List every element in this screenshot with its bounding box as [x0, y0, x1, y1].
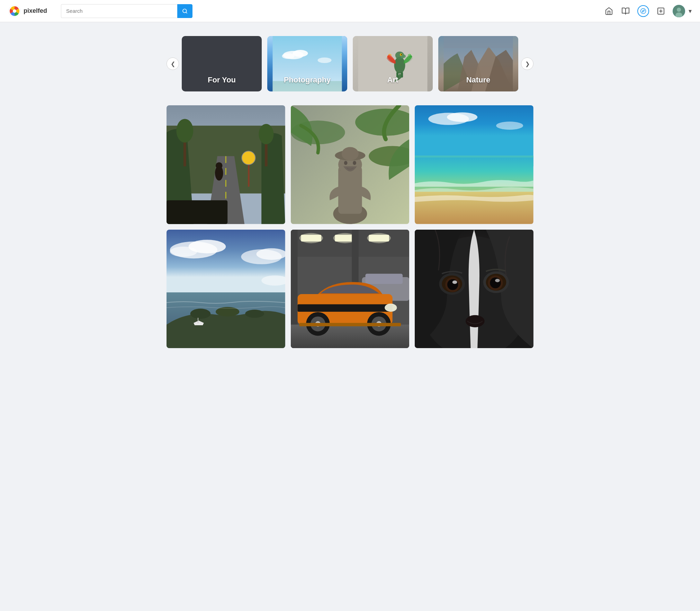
dropdown-icon[interactable]: ▾	[689, 7, 692, 15]
category-label-nature: Nature	[438, 76, 518, 85]
svg-point-105	[466, 315, 485, 327]
photo-image-4	[167, 230, 285, 348]
compass-icon[interactable]	[637, 5, 649, 17]
svg-point-104	[495, 279, 500, 282]
logo-icon	[8, 5, 21, 17]
svg-point-77	[367, 233, 391, 243]
svg-point-33	[216, 162, 223, 169]
photo-card-4[interactable]	[167, 230, 285, 348]
svg-point-31	[242, 151, 255, 165]
photo-card-1[interactable]	[167, 105, 285, 224]
navbar: pixelfed	[0, 0, 700, 22]
svg-point-98	[447, 279, 458, 290]
avatar[interactable]	[673, 5, 685, 17]
add-icon[interactable]	[656, 6, 666, 16]
svg-point-15	[282, 53, 295, 59]
svg-point-103	[490, 277, 501, 288]
svg-point-38	[259, 124, 273, 144]
photo-image-6	[415, 230, 533, 348]
svg-point-10	[677, 8, 681, 12]
category-label-for-you: For You	[182, 76, 262, 85]
svg-rect-81	[365, 274, 403, 284]
category-card-for-you[interactable]: For You	[182, 36, 262, 91]
photo-image-2	[291, 105, 410, 224]
svg-point-85	[385, 303, 397, 311]
carousel-right-arrow[interactable]: ❯	[521, 57, 533, 70]
svg-point-68	[245, 310, 264, 318]
svg-point-49	[344, 161, 347, 165]
svg-rect-84	[297, 304, 392, 312]
carousel-section: ❮ For You	[167, 36, 533, 91]
photo-image-5	[291, 230, 410, 348]
photo-image-1	[167, 105, 285, 224]
svg-point-36	[176, 119, 193, 143]
main-content: ❮ For You	[160, 22, 540, 362]
photo-image-3	[415, 105, 533, 224]
svg-point-61	[170, 247, 197, 257]
photo-card-6[interactable]	[415, 230, 533, 348]
svg-point-50	[353, 161, 356, 165]
carousel-left-arrow[interactable]: ❮	[167, 57, 179, 70]
svg-rect-69	[198, 318, 198, 323]
carousel-items: For You	[182, 36, 518, 91]
category-card-art[interactable]: Art	[353, 36, 433, 91]
svg-rect-92	[299, 323, 401, 326]
svg-marker-5	[642, 10, 644, 12]
svg-rect-53	[415, 156, 533, 158]
search-container	[61, 4, 192, 18]
nav-icons: ▾	[604, 5, 692, 17]
search-button[interactable]	[177, 4, 192, 18]
svg-point-4	[641, 8, 646, 14]
logo-link[interactable]: pixelfed	[8, 5, 47, 17]
svg-point-66	[190, 309, 211, 319]
svg-point-16	[318, 57, 332, 63]
search-input[interactable]	[61, 4, 177, 18]
svg-point-14	[293, 50, 308, 57]
search-icon	[182, 8, 188, 14]
svg-point-99	[452, 281, 457, 284]
svg-point-23	[401, 54, 402, 55]
photo-grid	[167, 105, 533, 348]
book-icon[interactable]	[621, 6, 630, 16]
svg-line-3	[186, 12, 187, 13]
category-label-art: Art	[353, 76, 433, 85]
home-icon[interactable]	[604, 6, 614, 16]
photo-card-2[interactable]	[291, 105, 410, 224]
svg-point-56	[447, 113, 477, 122]
photo-card-5[interactable]	[291, 230, 410, 348]
svg-rect-34	[167, 200, 227, 224]
photo-card-3[interactable]	[415, 105, 533, 224]
category-card-nature[interactable]: Nature	[438, 36, 518, 91]
svg-point-1	[13, 9, 16, 13]
category-label-photography: Photography	[267, 76, 347, 85]
logo-text: pixelfed	[24, 7, 47, 15]
category-card-photography[interactable]: Photography	[267, 36, 347, 91]
svg-point-75	[299, 233, 323, 243]
svg-rect-27	[444, 36, 513, 48]
svg-point-48	[342, 147, 359, 160]
svg-point-57	[496, 122, 523, 130]
